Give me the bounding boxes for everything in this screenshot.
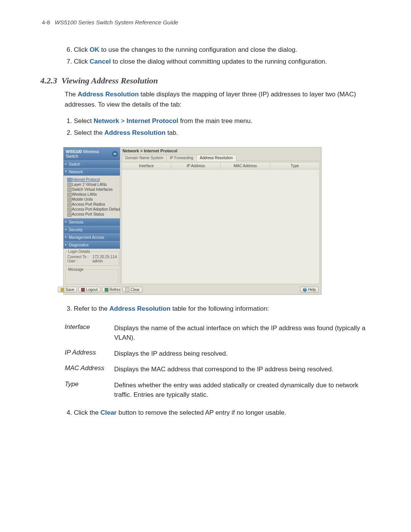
step4-list: Click the Clear button to remove the sel… xyxy=(65,407,369,418)
guide-title: WS5100 Series Switch System Reference Gu… xyxy=(55,19,178,26)
info-term: IP Address xyxy=(65,349,114,359)
running-head: 4-8 WS5100 Series Switch System Referenc… xyxy=(42,19,369,26)
user-value: admin xyxy=(92,259,103,263)
user-label: User : xyxy=(67,259,90,263)
info-def: Defines whether the entry was added stat… xyxy=(114,380,369,400)
kw-clear: Clear xyxy=(100,409,117,416)
save-icon xyxy=(61,288,64,292)
tab-bar: Domain Name System IP Forwarding Address… xyxy=(120,154,321,161)
grid-body-empty[interactable] xyxy=(122,169,319,284)
message-legend: Message xyxy=(67,267,84,272)
tab-ip-forwarding[interactable]: IP Forwarding xyxy=(166,155,197,161)
kw-cancel: Cancel xyxy=(90,58,111,65)
kw-address-resolution: Address Resolution xyxy=(78,91,139,98)
col-type[interactable]: Type xyxy=(270,163,319,169)
pre-steps-list: Click OK to use the changes to the runni… xyxy=(65,45,369,67)
breadcrumb: Network > Internet Protocol xyxy=(120,147,321,154)
main-panel: Network > Internet Protocol Domain Name … xyxy=(120,147,321,294)
info-table: Interface Displays the name of the actua… xyxy=(65,323,369,400)
nav-cat-management[interactable]: Management Access xyxy=(64,233,120,241)
nav-cat-network[interactable]: Network xyxy=(64,168,120,176)
info-row: Interface Displays the name of the actua… xyxy=(65,323,369,343)
col-ip-address[interactable]: IP Address xyxy=(171,163,221,169)
info-def: Displays the MAC address that correspond… xyxy=(114,364,369,374)
list-item: Select the Address Resolution tab. xyxy=(74,128,369,138)
logout-button[interactable]: Logout xyxy=(78,287,100,292)
list-item: Click Cancel to close the dialog without… xyxy=(74,56,369,67)
tree-item-ap-adoption[interactable]: Access Port Adoption Defaults xyxy=(67,207,118,212)
list-item: Select Network > Internet Protocol from … xyxy=(74,116,369,126)
sidebar-button-row: Save Logout Refresh xyxy=(64,285,120,294)
section-heading: 4.2.3 Viewing Address Resolution xyxy=(40,76,369,86)
bottom-toolbar: Clear Help xyxy=(120,285,321,294)
login-details-box: Login Details Connect To : 172.20.25.114… xyxy=(65,249,119,266)
tree-item-internet-protocol[interactable]: Internet Protocol xyxy=(67,177,118,182)
info-term: Type xyxy=(65,380,114,400)
nav-cat-diagnostics[interactable]: Diagnostics xyxy=(64,241,120,249)
tree-item-l2vlans[interactable]: Layer 2 Virtual LANs xyxy=(67,182,118,187)
steps-list: Select Network > Internet Protocol from … xyxy=(65,116,369,138)
info-row: Type Defines whether the entry was added… xyxy=(65,380,369,400)
data-grid: Interface IP Address MAC Address Type xyxy=(121,162,320,284)
tab-address-resolution[interactable]: Address Resolution xyxy=(196,155,236,161)
tree-item-ap-radios[interactable]: Access Port Radios xyxy=(67,202,118,207)
kw-address-resolution-2: Address Resolution xyxy=(110,305,171,312)
page-number: 4-8 xyxy=(42,19,50,26)
intro-paragraph: The Address Resolution table displays th… xyxy=(65,89,369,110)
tree-item-svi[interactable]: Switch Virtual Interfaces xyxy=(67,187,118,192)
grid-header: Interface IP Address MAC Address Type xyxy=(122,163,319,169)
kw-ok: OK xyxy=(90,46,100,53)
info-term: Interface xyxy=(65,323,114,343)
tab-dns[interactable]: Domain Name System xyxy=(122,155,167,161)
list-item: Click the Clear button to remove the sel… xyxy=(74,407,369,418)
info-def: Displays the name of the actual interfac… xyxy=(114,323,369,343)
connect-to-label: Connect To : xyxy=(67,255,90,259)
list-item: Click OK to use the changes to the runni… xyxy=(74,45,369,55)
nav-cat-switch[interactable]: Switch xyxy=(64,160,120,168)
tree-item-ap-status[interactable]: Access Port Status xyxy=(67,212,118,217)
step3-list: Refer to the Address Resolution table fo… xyxy=(65,304,369,314)
save-button[interactable]: Save xyxy=(58,287,77,292)
motorola-icon: M xyxy=(112,151,118,157)
info-term: MAC Address xyxy=(65,364,114,374)
refresh-icon xyxy=(105,288,108,292)
nav-tree: Internet Protocol Layer 2 Virtual LANs S… xyxy=(64,176,120,218)
tree-item-mobile-units[interactable]: Mobile Units xyxy=(67,197,118,202)
list-item: Refer to the Address Resolution table fo… xyxy=(74,304,369,314)
col-interface[interactable]: Interface xyxy=(122,163,171,169)
login-legend: Login Details xyxy=(67,249,91,254)
sidebar: WS5100Wireless Switch M Switch Network I… xyxy=(64,147,120,294)
app-screenshot: WS5100Wireless Switch M Switch Network I… xyxy=(63,147,321,294)
document-page: 4-8 WS5100 Series Switch System Referenc… xyxy=(0,0,411,418)
info-row: MAC Address Displays the MAC address tha… xyxy=(65,364,369,374)
clear-button[interactable]: Clear xyxy=(123,287,142,292)
col-mac-address[interactable]: MAC Address xyxy=(221,163,270,169)
help-icon xyxy=(303,288,307,292)
message-box: Message xyxy=(65,267,118,284)
help-button[interactable]: Help xyxy=(300,287,319,292)
logout-icon xyxy=(81,288,85,292)
nav-cat-security[interactable]: Security xyxy=(64,226,120,233)
app-title-bar: WS5100Wireless Switch M xyxy=(64,147,120,160)
tree-item-wlans[interactable]: Wireless LANs xyxy=(67,192,118,197)
connect-to-value: 172.20.25.114 xyxy=(92,255,117,259)
clear-icon xyxy=(125,288,129,292)
brand-name: WS5100 xyxy=(66,149,82,154)
info-row: IP Address Displays the IP address being… xyxy=(65,349,369,359)
info-def: Displays the IP address being resolved. xyxy=(114,349,369,359)
nav-cat-services[interactable]: Services xyxy=(64,218,120,226)
